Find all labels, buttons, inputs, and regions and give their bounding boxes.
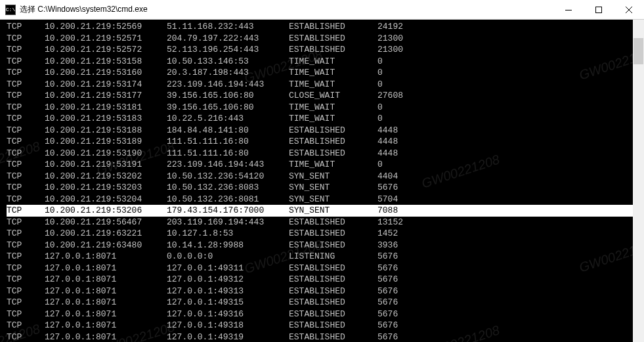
window-title: 选择 C:\Windows\system32\cmd.exe: [20, 4, 148, 15]
netstat-row[interactable]: TCP 10.200.21.219:53174 223.109.146.194:…: [7, 79, 644, 91]
close-button[interactable]: [614, 0, 644, 20]
pid-cell: 3936: [377, 240, 430, 251]
remote-address-cell: 10.127.1.8:53: [167, 228, 289, 240]
state-cell: ESTABLISHED: [289, 286, 377, 297]
local-address-cell: 127.0.0.1:8071: [45, 297, 167, 309]
scrollbar[interactable]: [633, 20, 644, 342]
pid-cell: 5676: [377, 182, 430, 194]
netstat-row[interactable]: TCP 127.0.0.1:8071 127.0.0.1:49319 ESTAB…: [7, 331, 644, 343]
state-cell: ESTABLISHED: [289, 217, 377, 228]
remote-address-cell: 0.0.0.0:0: [167, 251, 289, 263]
state-cell: TIME_WAIT: [289, 113, 377, 125]
pid-cell: 4448: [377, 148, 430, 160]
state-cell: ESTABLISHED: [289, 136, 377, 148]
netstat-row[interactable]: TCP 10.200.21.219:52569 51.11.168.232:44…: [7, 21, 644, 33]
remote-address-cell: 111.51.111.16:80: [167, 148, 289, 160]
pid-cell: 5676: [377, 286, 430, 297]
proto-cell: TCP: [7, 90, 45, 102]
titlebar[interactable]: C:\ 选择 C:\Windows\system32\cmd.exe: [0, 0, 644, 20]
minimize-button[interactable]: [553, 0, 584, 20]
netstat-row[interactable]: TCP 127.0.0.1:8071 127.0.0.1:49318 ESTAB…: [7, 320, 644, 331]
netstat-row[interactable]: TCP 127.0.0.1:8071 127.0.0.1:49315 ESTAB…: [7, 297, 644, 309]
remote-address-cell: 203.119.169.194:443: [167, 217, 289, 228]
netstat-row[interactable]: TCP 10.200.21.219:53188 184.84.48.141:80…: [7, 125, 644, 137]
netstat-row[interactable]: TCP 10.200.21.219:52571 204.79.197.222:4…: [7, 33, 644, 45]
pid-cell: 21300: [377, 44, 430, 56]
netstat-row[interactable]: TCP 10.200.21.219:53190 111.51.111.16:80…: [7, 148, 644, 160]
scroll-thumb[interactable]: [633, 38, 643, 64]
state-cell: ESTABLISHED: [289, 44, 377, 56]
pid-cell: 27608: [377, 90, 430, 102]
netstat-row[interactable]: TCP 10.200.21.219:53181 39.156.165.106:8…: [7, 102, 644, 114]
maximize-button[interactable]: [584, 0, 614, 20]
remote-address-cell: 10.14.1.28:9988: [167, 240, 289, 251]
netstat-row[interactable]: TCP 10.200.21.219:53160 20.3.187.198:443…: [7, 67, 644, 79]
netstat-row[interactable]: TCP 10.200.21.219:53183 10.22.5.216:443 …: [7, 113, 644, 125]
netstat-row[interactable]: TCP 10.200.21.219:53177 39.156.165.106:8…: [7, 90, 644, 102]
netstat-row[interactable]: TCP 10.200.21.219:53206 179.43.154.176:7…: [7, 205, 644, 217]
state-cell: ESTABLISHED: [289, 228, 377, 240]
netstat-row[interactable]: TCP 10.200.21.219:52572 52.113.196.254:4…: [7, 44, 644, 56]
netstat-row[interactable]: TCP 127.0.0.1:8071 127.0.0.1:49312 ESTAB…: [7, 274, 644, 286]
local-address-cell: 10.200.21.219:53160: [45, 67, 167, 79]
proto-cell: TCP: [7, 251, 45, 263]
netstat-row[interactable]: TCP 10.200.21.219:53204 10.50.132.236:80…: [7, 194, 644, 205]
netstat-row[interactable]: TCP 10.200.21.219:63221 10.127.1.8:53 ES…: [7, 228, 644, 240]
netstat-row[interactable]: TCP 10.200.21.219:56467 203.119.169.194:…: [7, 217, 644, 228]
netstat-row[interactable]: TCP 127.0.0.1:8071 127.0.0.1:49316 ESTAB…: [7, 309, 644, 320]
remote-address-cell: 184.84.48.141:80: [167, 125, 289, 137]
local-address-cell: 10.200.21.219:53183: [45, 113, 167, 125]
local-address-cell: 10.200.21.219:53202: [45, 171, 167, 182]
netstat-row[interactable]: TCP 10.200.21.219:63480 10.14.1.28:9988 …: [7, 240, 644, 251]
pid-cell: 4448: [377, 136, 430, 148]
pid-cell: 0: [377, 102, 430, 114]
state-cell: ESTABLISHED: [289, 331, 377, 343]
pid-cell: 7088: [377, 205, 430, 217]
proto-cell: TCP: [7, 194, 45, 205]
netstat-row[interactable]: TCP 10.200.21.219:53189 111.51.111.16:80…: [7, 136, 644, 148]
remote-address-cell: 223.109.146.194:443: [167, 79, 289, 91]
state-cell: SYN_SENT: [289, 171, 377, 182]
netstat-row[interactable]: TCP 10.200.21.219:53158 10.50.133.146:53…: [7, 56, 644, 68]
proto-cell: TCP: [7, 309, 45, 320]
remote-address-cell: 20.3.187.198:443: [167, 67, 289, 79]
proto-cell: TCP: [7, 331, 45, 343]
remote-address-cell: 204.79.197.222:443: [167, 33, 289, 45]
terminal-output[interactable]: TCP 10.200.21.219:52569 51.11.168.232:44…: [0, 20, 644, 342]
state-cell: ESTABLISHED: [289, 148, 377, 160]
remote-address-cell: 127.0.0.1:49315: [167, 297, 289, 309]
netstat-row[interactable]: TCP 10.200.21.219:53191 223.109.146.194:…: [7, 159, 644, 171]
netstat-row[interactable]: TCP 127.0.0.1:8071 0.0.0.0:0 LISTENING 5…: [7, 251, 644, 263]
remote-address-cell: 223.109.146.194:443: [167, 159, 289, 171]
local-address-cell: 10.200.21.219:53189: [45, 136, 167, 148]
remote-address-cell: 127.0.0.1:49319: [167, 331, 289, 343]
proto-cell: TCP: [7, 182, 45, 194]
netstat-row[interactable]: TCP 10.200.21.219:53203 10.50.132.236:80…: [7, 182, 644, 194]
proto-cell: TCP: [7, 205, 45, 217]
pid-cell: 5704: [377, 194, 430, 205]
local-address-cell: 10.200.21.219:53191: [45, 159, 167, 171]
netstat-row[interactable]: TCP 127.0.0.1:8071 127.0.0.1:49311 ESTAB…: [7, 263, 644, 274]
state-cell: LISTENING: [289, 251, 377, 263]
local-address-cell: 10.200.21.219:63221: [45, 228, 167, 240]
local-address-cell: 10.200.21.219:53190: [45, 148, 167, 160]
state-cell: TIME_WAIT: [289, 79, 377, 91]
proto-cell: TCP: [7, 44, 45, 56]
close-icon: [626, 7, 632, 13]
proto-cell: TCP: [7, 240, 45, 251]
svg-rect-1: [596, 7, 602, 13]
proto-cell: TCP: [7, 33, 45, 45]
netstat-row[interactable]: TCP 10.200.21.219:53202 10.50.132.236:54…: [7, 171, 644, 182]
local-address-cell: 127.0.0.1:8071: [45, 286, 167, 297]
state-cell: SYN_SENT: [289, 194, 377, 205]
remote-address-cell: 127.0.0.1:49313: [167, 286, 289, 297]
pid-cell: 0: [377, 159, 430, 171]
maximize-icon: [595, 7, 602, 13]
netstat-row[interactable]: TCP 127.0.0.1:8071 127.0.0.1:49313 ESTAB…: [7, 286, 644, 297]
local-address-cell: 127.0.0.1:8071: [45, 331, 167, 343]
remote-address-cell: 10.50.133.146:53: [167, 56, 289, 68]
pid-cell: 5676: [377, 297, 430, 309]
proto-cell: TCP: [7, 274, 45, 286]
remote-address-cell: 10.22.5.216:443: [167, 113, 289, 125]
remote-address-cell: 127.0.0.1:49318: [167, 320, 289, 331]
